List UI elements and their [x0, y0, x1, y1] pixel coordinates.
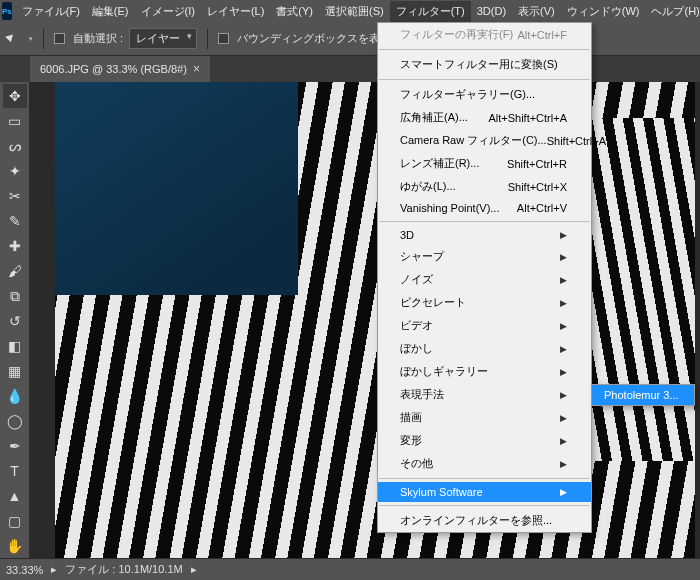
- menu-image[interactable]: イメージ(I): [135, 1, 201, 22]
- menuitem-label: 3D: [400, 229, 414, 241]
- menuitem-blur-gallery[interactable]: ぼかしギャラリー▶: [378, 360, 591, 383]
- auto-select-label: 自動選択 :: [73, 31, 123, 46]
- menuitem-lens-correction[interactable]: レンズ補正(R)... Shift+Ctrl+R: [378, 152, 591, 175]
- crop-tool[interactable]: ✂: [3, 184, 27, 208]
- chevron-right-icon: ▶: [560, 459, 567, 469]
- menuitem-3d[interactable]: 3D▶: [378, 225, 591, 245]
- eraser-tool[interactable]: ◧: [3, 334, 27, 358]
- menuitem-label: 描画: [400, 410, 422, 425]
- bbox-label: バウンディングボックスを表示: [237, 31, 391, 46]
- menu-separator: [379, 505, 590, 506]
- menuitem-sharpen[interactable]: シャープ▶: [378, 245, 591, 268]
- document-tab-title: 6006.JPG @ 33.3% (RGB/8#): [40, 63, 187, 75]
- menuitem-shortcut: Alt+Shift+Ctrl+A: [488, 112, 567, 124]
- chevron-right-icon: ▶: [560, 230, 567, 240]
- close-icon[interactable]: ×: [193, 62, 200, 76]
- menuitem-label: ノイズ: [400, 272, 433, 287]
- menuitem-label: その他: [400, 456, 433, 471]
- menuitem-vanishing-point[interactable]: Vanishing Point(V)... Alt+Ctrl+V: [378, 198, 591, 218]
- file-info: ファイル : 10.1M/10.1M: [65, 562, 182, 577]
- eyedropper-tool[interactable]: ✎: [3, 209, 27, 233]
- auto-select-checkbox[interactable]: [54, 33, 65, 44]
- menuitem-label: Vanishing Point(V)...: [400, 202, 499, 214]
- layer-select[interactable]: レイヤー: [129, 28, 197, 49]
- menu-view[interactable]: 表示(V): [512, 1, 561, 22]
- healing-brush-tool[interactable]: ✚: [3, 234, 27, 258]
- menuitem-convert-smart[interactable]: スマートフィルター用に変換(S): [378, 53, 591, 76]
- hand-tool[interactable]: ✋: [3, 534, 27, 558]
- chevron-right-icon: ▶: [560, 436, 567, 446]
- blur-tool[interactable]: 💧: [3, 384, 27, 408]
- chevron-right-icon: ▶: [560, 298, 567, 308]
- chevron-right-icon: ▶: [560, 275, 567, 285]
- menu-separator: [379, 221, 590, 222]
- chevron-right-icon[interactable]: ▸: [191, 563, 197, 576]
- bbox-checkbox[interactable]: [218, 33, 229, 44]
- menuitem-distort[interactable]: 変形▶: [378, 429, 591, 452]
- menuitem-camera-raw[interactable]: Camera Raw フィルター(C)... Shift+Ctrl+A: [378, 129, 591, 152]
- menuitem-liquify[interactable]: ゆがみ(L)... Shift+Ctrl+X: [378, 175, 591, 198]
- zoom-level[interactable]: 33.33%: [6, 564, 43, 576]
- move-tool[interactable]: ✥: [3, 84, 27, 108]
- pen-tool[interactable]: ✒: [3, 434, 27, 458]
- menuitem-blur[interactable]: ぼかし▶: [378, 337, 591, 360]
- menuitem-label: 表現手法: [400, 387, 444, 402]
- menuitem-label: Photolemur 3...: [604, 389, 679, 401]
- menuitem-label: Camera Raw フィルター(C)...: [400, 133, 547, 148]
- menuitem-filter-gallery[interactable]: フィルターギャラリー(G)...: [378, 83, 591, 106]
- marquee-tool[interactable]: ▭: [3, 109, 27, 133]
- menu-type[interactable]: 書式(Y): [270, 1, 319, 22]
- tool-palette: ✥ ▭ ᔕ ✦ ✂ ✎ ✚ 🖌 ⧉ ↺ ◧ ▦ 💧 ◯ ✒ T ▲ ▢ ✋: [0, 82, 30, 558]
- menu-filter[interactable]: フィルター(T): [390, 1, 471, 22]
- clone-stamp-tool[interactable]: ⧉: [3, 284, 27, 308]
- document-tab[interactable]: 6006.JPG @ 33.3% (RGB/8#) ×: [30, 56, 210, 82]
- menuitem-shortcut: Shift+Ctrl+R: [507, 158, 567, 170]
- chevron-down-icon[interactable]: ▾: [29, 35, 33, 43]
- gradient-tool[interactable]: ▦: [3, 359, 27, 383]
- rectangle-tool[interactable]: ▢: [3, 509, 27, 533]
- menuitem-pixelate[interactable]: ピクセレート▶: [378, 291, 591, 314]
- type-tool[interactable]: T: [3, 459, 27, 483]
- history-brush-tool[interactable]: ↺: [3, 309, 27, 333]
- menuitem-adaptive-wide[interactable]: 広角補正(A)... Alt+Shift+Ctrl+A: [378, 106, 591, 129]
- skylum-submenu: Photolemur 3...: [591, 384, 695, 406]
- menu-separator: [379, 49, 590, 50]
- menu-edit[interactable]: 編集(E): [86, 1, 135, 22]
- menuitem-photolemur[interactable]: Photolemur 3...: [592, 385, 694, 405]
- menu-help[interactable]: ヘルプ(H): [645, 1, 700, 22]
- menuitem-noise[interactable]: ノイズ▶: [378, 268, 591, 291]
- menuitem-render[interactable]: 描画▶: [378, 406, 591, 429]
- canvas[interactable]: [30, 82, 700, 558]
- menuitem-label: スマートフィルター用に変換(S): [400, 57, 558, 72]
- menuitem-video[interactable]: ビデオ▶: [378, 314, 591, 337]
- menuitem-label: 変形: [400, 433, 422, 448]
- menu-window[interactable]: ウィンドウ(W): [561, 1, 646, 22]
- menuitem-label: レンズ補正(R)...: [400, 156, 479, 171]
- menu-select[interactable]: 選択範囲(S): [319, 1, 390, 22]
- chevron-right-icon: ▶: [560, 321, 567, 331]
- menu-file[interactable]: ファイル(F): [16, 1, 86, 22]
- menuitem-label: ビデオ: [400, 318, 433, 333]
- document-tab-bar: 6006.JPG @ 33.3% (RGB/8#) ×: [0, 56, 700, 82]
- menuitem-rerun-filter[interactable]: フィルターの再実行(F) Alt+Ctrl+F: [378, 23, 591, 46]
- menuitem-skylum-software[interactable]: Skylum Software▶: [378, 482, 591, 502]
- menu-separator: [379, 478, 590, 479]
- menu-3d[interactable]: 3D(D): [471, 2, 512, 20]
- menubar: Ps ファイル(F) 編集(E) イメージ(I) レイヤー(L) 書式(Y) 選…: [0, 0, 700, 22]
- dodge-tool[interactable]: ◯: [3, 409, 27, 433]
- chevron-right-icon[interactable]: ▸: [51, 563, 57, 576]
- lasso-tool[interactable]: ᔕ: [3, 134, 27, 158]
- menuitem-browse-online[interactable]: オンラインフィルターを参照...: [378, 509, 591, 532]
- menuitem-label: オンラインフィルターを参照...: [400, 513, 552, 528]
- path-selection-tool[interactable]: ▲: [3, 484, 27, 508]
- chevron-right-icon: ▶: [560, 344, 567, 354]
- menuitem-stylize[interactable]: 表現手法▶: [378, 383, 591, 406]
- menuitem-label: Skylum Software: [400, 486, 483, 498]
- menu-layer[interactable]: レイヤー(L): [201, 1, 270, 22]
- menuitem-other[interactable]: その他▶: [378, 452, 591, 475]
- brush-tool[interactable]: 🖌: [3, 259, 27, 283]
- magic-wand-tool[interactable]: ✦: [3, 159, 27, 183]
- status-bar: 33.33% ▸ ファイル : 10.1M/10.1M ▸: [0, 558, 700, 580]
- menuitem-label: ゆがみ(L)...: [400, 179, 456, 194]
- document-image: [55, 82, 695, 558]
